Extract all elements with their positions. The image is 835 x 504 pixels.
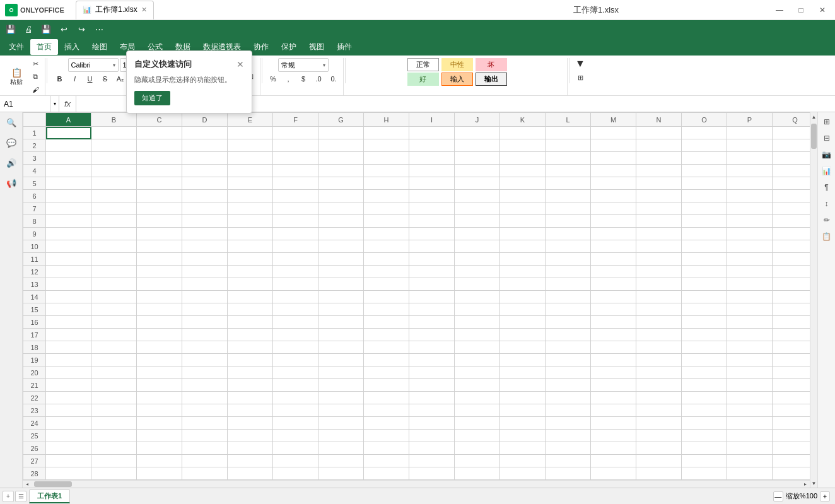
popup-title: 自定义快速访问 bbox=[134, 59, 192, 70]
popup-ok-button[interactable]: 知道了 bbox=[134, 91, 170, 105]
customize-popup: 自定义快速访问 ✕ 隐藏或显示您选择的功能按钮。 知道了 bbox=[126, 50, 252, 114]
popup-close-button[interactable]: ✕ bbox=[236, 60, 244, 69]
popup-overlay: 自定义快速访问 ✕ 隐藏或显示您选择的功能按钮。 知道了 bbox=[0, 0, 835, 504]
popup-body: 隐藏或显示您选择的功能按钮。 bbox=[134, 75, 244, 85]
popup-header: 自定义快速访问 ✕ bbox=[134, 59, 244, 70]
